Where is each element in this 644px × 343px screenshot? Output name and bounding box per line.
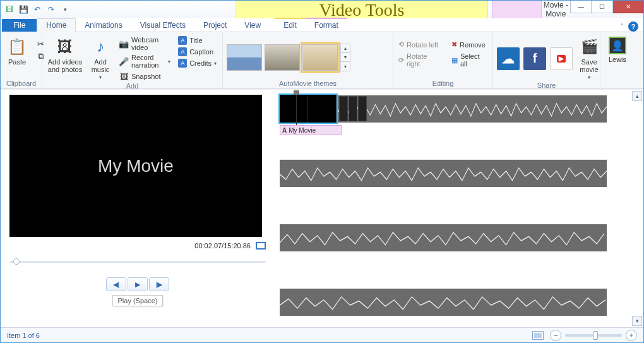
share-facebook-button[interactable]: f [523, 47, 546, 70]
minimize-button[interactable]: — [570, 1, 592, 13]
scroll-up-button[interactable]: ▴ [632, 91, 642, 101]
tab-animations[interactable]: Animations [76, 19, 131, 32]
zoom-out-button[interactable]: − [550, 330, 561, 341]
fullscreen-icon[interactable] [256, 242, 266, 250]
zoom-in-button[interactable]: + [626, 330, 637, 341]
signin-button[interactable]: 👤 Lewis [606, 35, 629, 64]
prev-frame-icon: ◀| [113, 280, 120, 289]
tab-edit[interactable]: Edit [275, 18, 306, 32]
tab-home[interactable]: Home [37, 18, 76, 32]
tab-visual-effects[interactable]: Visual Effects [131, 19, 194, 32]
playhead[interactable] [296, 92, 297, 129]
credits-button[interactable]: ACredits [176, 58, 218, 68]
youtube-icon: ▶ [557, 55, 566, 63]
tab-format[interactable]: Format [306, 18, 347, 32]
time-counter: 00:02.07/15:20.86 [194, 242, 251, 250]
share-youtube-button[interactable]: ▶ [550, 47, 573, 70]
title-clip-icon: A [282, 127, 287, 134]
avatar-icon: 👤 [609, 37, 626, 54]
add-videos-button[interactable]: 🖼 Add videos and photos [46, 35, 84, 75]
save-icon[interactable]: 💾 [17, 3, 30, 16]
save-movie-icon: 🎬 [579, 37, 599, 57]
status-item-count: Item 1 of 6 [7, 332, 40, 339]
title-icon: A [178, 36, 187, 45]
add-videos-icon: 🖼 [55, 37, 75, 57]
rotate-right-icon: ⟳ [398, 56, 404, 64]
video-clip[interactable] [280, 159, 607, 187]
maximize-button[interactable]: ☐ [592, 1, 613, 13]
add-music-button[interactable]: ♪ Add music [88, 35, 113, 81]
paste-icon: 📋 [7, 37, 27, 57]
timeline-track-4[interactable] [280, 288, 629, 318]
group-label-editing: Editing [397, 80, 489, 88]
video-clip[interactable] [280, 288, 607, 316]
narration-button[interactable]: 🎤Record narration [117, 53, 172, 69]
credits-icon: A [178, 59, 187, 68]
thumbnail-view-button[interactable] [532, 331, 544, 340]
caption-button[interactable]: ACaption [176, 47, 218, 57]
gallery-more-icon[interactable]: ▾ [341, 62, 350, 71]
gallery-up-icon[interactable]: ▴ [341, 44, 350, 53]
title-bar: 🎞 💾 ↶ ↷ ▾ Video Tools Text Tools My Movi… [1, 1, 643, 18]
snapshot-icon: 🖼 [119, 71, 129, 81]
ribbon-minimize-icon[interactable]: ˆ [621, 23, 623, 30]
undo-icon[interactable]: ↶ [31, 3, 44, 16]
theme-thumb-2[interactable] [265, 44, 300, 71]
video-clip[interactable] [280, 224, 607, 251]
timeline-track-3[interactable] [280, 224, 629, 254]
snapshot-button[interactable]: 🖼Snapshot [117, 71, 172, 82]
next-frame-button[interactable]: |▶ [149, 277, 169, 291]
quick-access-toolbar: 🎞 💾 ↶ ↷ ▾ [1, 3, 71, 16]
paste-button[interactable]: 📋 Paste [4, 35, 30, 67]
preview-title-text: My Movie [98, 156, 174, 176]
zoom-thumb[interactable] [593, 331, 598, 340]
prev-frame-button[interactable]: ◀| [106, 277, 126, 291]
ribbon: 📋 Paste ✂ ⧉ Clipboard 🖼 Add videos and p… [1, 32, 643, 89]
status-bar: Item 1 of 6 − + [1, 327, 643, 342]
zoom-slider[interactable] [565, 334, 622, 337]
play-tooltip: Play (Space) [112, 295, 163, 306]
ribbon-tabs: File Home Animations Visual Effects Proj… [1, 18, 643, 32]
music-icon: ♪ [90, 37, 110, 57]
title-button[interactable]: ATitle [176, 35, 218, 45]
preview-video[interactable]: My Movie [9, 95, 262, 237]
title-clip-label[interactable]: A My Movie [280, 125, 342, 135]
title-clip[interactable] [280, 95, 337, 123]
select-all-icon: ▦ [451, 56, 458, 64]
qat-customize-icon[interactable]: ▾ [59, 3, 71, 16]
play-button[interactable]: ▶ [128, 277, 148, 291]
caption-icon: A [178, 47, 187, 56]
timeline-pane[interactable]: A My Movie [273, 90, 643, 327]
webcam-button[interactable]: 📷Webcam video [117, 35, 172, 52]
theme-thumb-1[interactable] [227, 44, 262, 71]
group-label-clipboard: Clipboard [4, 80, 38, 88]
timeline-track-2[interactable] [280, 159, 629, 190]
rotate-right-button[interactable]: ⟳Rotate right [397, 52, 443, 68]
seek-slider[interactable] [9, 258, 266, 265]
remove-button[interactable]: ✖Remove [450, 40, 489, 49]
clip-thumbnails [339, 96, 367, 121]
tab-file[interactable]: File [2, 19, 37, 32]
play-icon: ▶ [135, 280, 140, 289]
redo-icon[interactable]: ↷ [45, 3, 57, 16]
app-icon: 🎞 [3, 3, 16, 16]
gallery-down-icon[interactable]: ▾ [341, 53, 350, 62]
facebook-icon: f [533, 51, 537, 66]
preview-pane: My Movie 00:02.07/15:20.86 ◀| ▶ |▶ Play … [1, 90, 273, 327]
help-icon[interactable]: ? [628, 21, 638, 32]
save-movie-button[interactable]: 🎬 Save movie [576, 35, 602, 81]
scroll-down-button[interactable]: ▾ [632, 316, 642, 326]
tab-project[interactable]: Project [194, 19, 236, 32]
next-frame-icon: |▶ [156, 280, 163, 289]
tab-view[interactable]: View [236, 19, 270, 32]
mic-icon: 🎤 [119, 56, 129, 66]
share-onedrive-button[interactable]: ☁ [497, 47, 520, 70]
rotate-left-button[interactable]: ⟲Rotate left [397, 40, 443, 49]
theme-thumb-3[interactable] [302, 44, 338, 71]
timeline-track-1[interactable]: A My Movie [280, 95, 629, 125]
close-button[interactable]: ✕ [613, 1, 643, 13]
seek-thumb[interactable] [13, 258, 20, 265]
select-all-button[interactable]: ▦Select all [450, 52, 489, 68]
theme-gallery-scroll[interactable]: ▴ ▾ ▾ [340, 44, 350, 71]
onedrive-icon: ☁ [502, 51, 515, 66]
